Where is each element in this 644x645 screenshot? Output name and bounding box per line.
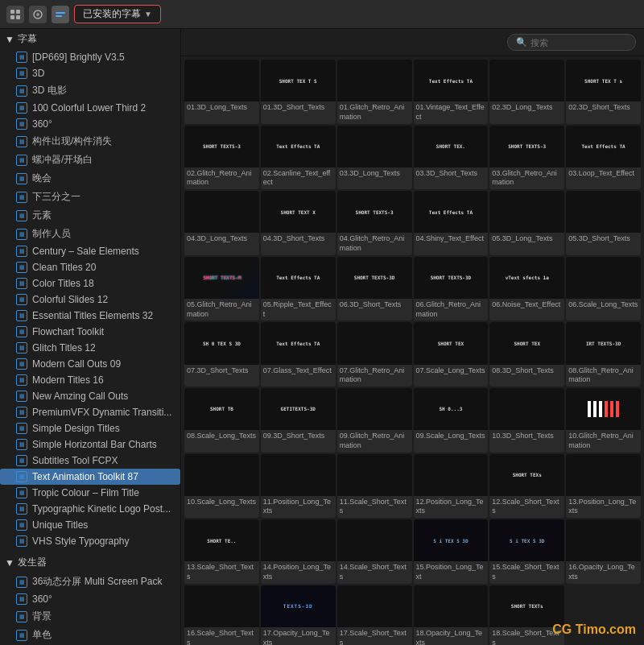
grid-item-46[interactable]: S i TEX S 3D15.Scale_Short_Texts xyxy=(489,519,564,584)
grid-item-19[interactable]: Text Effects TA05.Ripple_Text_Effect xyxy=(261,257,336,321)
sidebar-item-caption-4[interactable]: ▦360° xyxy=(0,116,180,132)
sidebar-item-caption-6[interactable]: ▦螺冲器/开场白 xyxy=(0,151,180,169)
sidebar-item-generator-2[interactable]: ▦背景 xyxy=(0,607,180,626)
sidebar-item-caption-28[interactable]: ▦Unique Titles xyxy=(0,517,180,533)
grid-item-27[interactable]: SHORT TEX07.Scale_Long_Texts xyxy=(414,322,489,387)
sidebar-item-caption-18[interactable]: ▦Modern Call Outs 09 xyxy=(0,356,180,372)
grid-item-7[interactable]: Text Effects TA02.Scanline_Text_effect xyxy=(261,126,336,190)
search-input-container[interactable]: 🔍 xyxy=(507,34,636,51)
grid-item-38[interactable]: 11.Scale_Short_Texts xyxy=(337,454,412,519)
sidebar-item-caption-7[interactable]: ▦晚会 xyxy=(0,169,180,188)
section-captions-header[interactable]: ▼ 字幕 xyxy=(0,29,180,49)
sidebar-item-caption-11[interactable]: ▦Century – Sale Elements xyxy=(0,243,180,259)
grid-item-37[interactable]: 11.Position_Long_Texts xyxy=(261,454,336,519)
grid-item-4[interactable]: 02.3D_Long_Texts xyxy=(489,60,564,124)
toolbar-icon-1[interactable] xyxy=(6,6,24,23)
grid-item-10[interactable]: SHORT TEXTS-303.Glitch_Retro_Animation xyxy=(489,126,564,190)
sidebar-item-caption-1[interactable]: ▦3D xyxy=(0,65,180,81)
sidebar-item-caption-15[interactable]: ▦Essential Titles Elements 32 xyxy=(0,308,180,324)
grid-item-20[interactable]: SHORT TEXTS-3D06.3D_Short_Texts xyxy=(337,257,412,321)
sidebar-item-caption-5[interactable]: ▦构件出现/构件消失 xyxy=(0,132,180,151)
grid-item-11[interactable]: Text Effects TA03.Loop_Text_Effect xyxy=(566,126,641,190)
grid-item-32[interactable]: 09.Glitch_Retro_Animation xyxy=(337,388,412,453)
grid-item-39[interactable]: 12.Position_Long_Texts xyxy=(414,454,489,519)
sidebar-item-caption-26[interactable]: ▦Tropic Colour – Film Title xyxy=(0,485,180,501)
grid-item-29[interactable]: IRT TEXTS-3D08.Glitch_Retro_Animation xyxy=(566,322,641,387)
grid-item-47[interactable]: 16.Opacity_Long_Texts xyxy=(566,519,641,584)
grid-item-12[interactable]: 04.3D_Long_Texts xyxy=(184,191,259,255)
sidebar-item-caption-24[interactable]: ▦Subtitles Tool FCPX xyxy=(0,453,180,469)
grid-item-51[interactable]: 18.Opacity_Long_Texts xyxy=(414,585,489,645)
grid-item-14[interactable]: SHORT TEXTS-304.Glitch_Retro_Animation xyxy=(337,191,412,255)
sidebar-item-caption-13[interactable]: ▦Color Titles 18 xyxy=(0,275,180,291)
grid-item-48[interactable]: 16.Scale_Short_Texts xyxy=(184,585,259,645)
grid-item-41[interactable]: 13.Position_Long_Texts xyxy=(566,454,641,519)
grid-item-16[interactable]: 05.3D_Long_Texts xyxy=(489,191,564,255)
installed-dropdown-button[interactable]: 已安装的字幕 ▼ xyxy=(74,5,161,23)
sidebar-item-caption-20[interactable]: ▦New Amzing Call Outs xyxy=(0,388,180,404)
sidebar-item-caption-23[interactable]: ▦Simple Horizontal Bar Charts xyxy=(0,436,180,453)
grid-item-28[interactable]: SHORT TEX08.3D_Short_Texts xyxy=(489,322,564,387)
grid-item-23[interactable]: 06.Scale_Long_Texts xyxy=(566,257,641,321)
grid-item-40[interactable]: SHORT TEXs12.Scale_Short_Texts xyxy=(489,454,564,519)
grid-item-42[interactable]: SHORT TE..13.Scale_Short_Texts xyxy=(184,519,259,584)
grid-item-33[interactable]: SH 0...309.Scale_Long_Texts xyxy=(414,388,489,453)
grid-item-8[interactable]: 03.3D_Long_Texts xyxy=(337,126,412,190)
grid-thumbnail: Text Effects TA xyxy=(566,126,641,167)
grid-item-35[interactable]: 10.Glitch_Retro_Animation xyxy=(566,388,641,453)
grid-item-30[interactable]: SHORT TB08.Scale_Long_Texts xyxy=(184,388,259,453)
sidebar-item-caption-9[interactable]: ▦元素 xyxy=(0,206,180,225)
grid-item-2[interactable]: 01.Glitch_Retro_Animation xyxy=(337,60,412,124)
sidebar-item-caption-17[interactable]: ▦Glitch Titles 12 xyxy=(0,340,180,356)
grid-item-18[interactable]: SHORT TEXTS-M05.Glitch_Retro_Animation xyxy=(184,257,259,321)
sidebar-item-caption-16[interactable]: ▦Flowchart Toolkit xyxy=(0,324,180,340)
grid-item-31[interactable]: GETITEXTS-3D09.3D_Short_Texts xyxy=(261,388,336,453)
sidebar-item-caption-8[interactable]: ▦下三分之一 xyxy=(0,188,180,206)
sidebar-item-caption-22[interactable]: ▦Simple Design Titles xyxy=(0,420,180,436)
sidebar-item-label: Color Titles 18 xyxy=(32,278,94,289)
grid-item-6[interactable]: SHORT TEXTS-302.Glitch_Retro_Animation xyxy=(184,126,259,190)
grid-item-49[interactable]: TEXTS-3D17.Opacity_Long_Texts xyxy=(261,585,336,645)
grid-thumbnail xyxy=(337,388,412,430)
grid-item-43[interactable]: 14.Position_Long_Texts xyxy=(261,519,336,584)
grid-item-15[interactable]: Text Effects TA04.Shiny_Text_Effect xyxy=(414,191,489,255)
section-generators-header[interactable]: ▼ 发生器 xyxy=(0,552,180,573)
sidebar-item-generator-0[interactable]: ▦36动态分屏 Multi Screen Pack xyxy=(0,573,180,591)
grid-item-24[interactable]: SH 0 TEX S 3D07.3D_Short_Texts xyxy=(184,322,259,387)
sidebar-item-caption-29[interactable]: ▦VHS Style Typography xyxy=(0,533,180,549)
grid-item-3[interactable]: Text Effects TA01.Vintage_Text_Effect xyxy=(414,60,489,124)
grid-item-5[interactable]: SHORT TEX T s02.3D_Short_Texts xyxy=(566,60,641,124)
grid-item-17[interactable]: 05.3D_Short_Texts xyxy=(566,191,641,255)
grid-item-13[interactable]: SHORT TEXT X04.3D_Short_Texts xyxy=(261,191,336,255)
sidebar-item-caption-10[interactable]: ▦制作人员 xyxy=(0,225,180,243)
grid-item-25[interactable]: Text Effects TA07.Glass_Text_Effect xyxy=(261,322,336,387)
sidebar-item-caption-27[interactable]: ▦Typographic Kinetic Logo Post... xyxy=(0,501,180,517)
sidebar-item-caption-3[interactable]: ▦100 Colorful Lower Third 2 xyxy=(0,100,180,116)
sidebar-item-caption-14[interactable]: ▦Colorful Slides 12 xyxy=(0,291,180,308)
grid-thumbnail: SHORT TE.. xyxy=(184,519,259,561)
grid-item-52[interactable]: SHORT TEXTs18.Scale_Short_Texts xyxy=(489,585,564,645)
sidebar-item-caption-25[interactable]: ▦Text Animation Toolkit 87 xyxy=(0,469,180,485)
grid-item-21[interactable]: SHORT TEXTS-3D06.Glitch_Retro_Animation xyxy=(414,257,489,321)
sidebar-item-caption-12[interactable]: ▦Clean Titles 20 xyxy=(0,259,180,275)
grid-item-0[interactable]: 01.3D_Long_Texts xyxy=(184,60,259,124)
grid-item-44[interactable]: 14.Scale_Short_Texts xyxy=(337,519,412,584)
grid-item-22[interactable]: vText sfects 1a06.Noise_Text_Effect xyxy=(489,257,564,321)
toolbar-icon-2[interactable] xyxy=(29,6,47,23)
grid-thumbnail: Text Effects TA xyxy=(414,60,489,101)
sidebar-item-caption-2[interactable]: ▦3D 电影 xyxy=(0,81,180,100)
grid-item-36[interactable]: 10.Scale_Long_Texts xyxy=(184,454,259,519)
grid-item-50[interactable]: 17.Scale_Short_Texts xyxy=(337,585,412,645)
sidebar-item-caption-0[interactable]: ▦[DP669] Brightly V3.5 xyxy=(0,49,180,65)
grid-item-34[interactable]: 10.3D_Short_Texts xyxy=(489,388,564,453)
search-field[interactable] xyxy=(530,38,627,48)
toolbar-icon-3[interactable] xyxy=(52,6,69,23)
grid-item-26[interactable]: 07.Glitch_Retro_Animation xyxy=(337,322,412,387)
grid-item-1[interactable]: SHORT TEX T S01.3D_Short_Texts xyxy=(261,60,336,124)
sidebar-item-generator-3[interactable]: ▦单色 xyxy=(0,626,180,644)
grid-item-45[interactable]: S i TEX S 3D15.Position_Long_Text xyxy=(414,519,489,584)
grid-item-9[interactable]: SHORT TEX.03.3D_Short_Texts xyxy=(414,126,489,190)
sidebar-item-caption-19[interactable]: ▦Modern Titles 16 xyxy=(0,372,180,388)
sidebar-item-generator-1[interactable]: ▦360° xyxy=(0,591,180,607)
sidebar-item-caption-21[interactable]: ▦PremiumVFX Dynamic Transiti... xyxy=(0,404,180,420)
